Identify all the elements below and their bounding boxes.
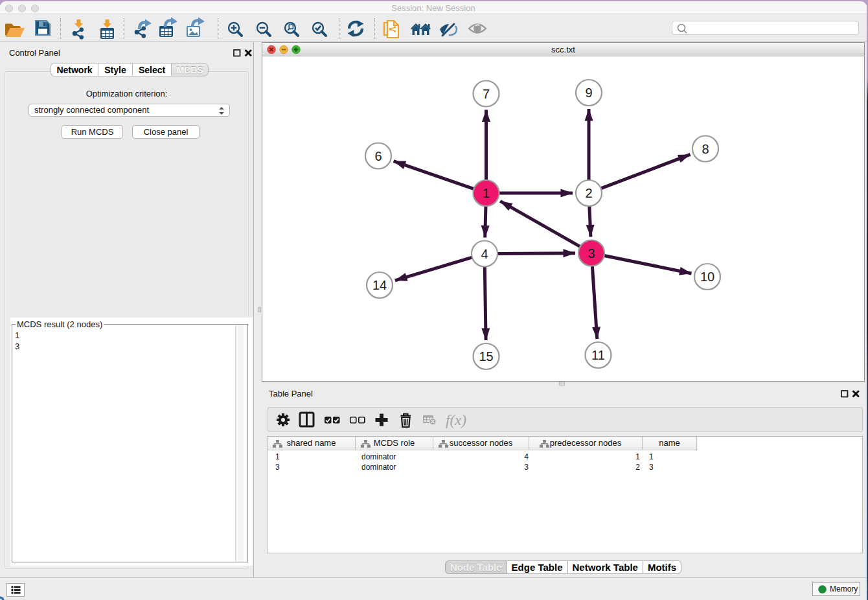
svg-text:1: 1 [483,186,490,200]
svg-text:14: 14 [372,278,387,292]
svg-text:4: 4 [481,247,488,261]
svg-text:3: 3 [588,246,595,260]
svg-text:f(x): f(x) [446,412,466,428]
svg-text:10: 10 [700,270,714,284]
svg-text:8: 8 [702,142,709,156]
svg-text:6: 6 [374,149,382,163]
svg-text:9: 9 [585,86,592,100]
svg-text:2: 2 [585,186,592,200]
svg-text:15: 15 [479,349,493,363]
svg-text:11: 11 [591,348,605,362]
svg-text:7: 7 [483,87,490,101]
